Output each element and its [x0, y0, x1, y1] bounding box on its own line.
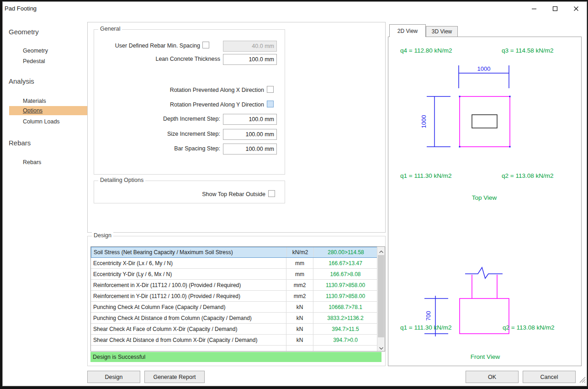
table-row[interactable]: Reinforcement in Y-Dir (11T12 / 100.0) (… [91, 291, 385, 302]
show-top-rebar-label: Show Top Rebar Outside [140, 191, 265, 197]
row-check-name: Shear Check At Face of Column X-Dir (Cap… [91, 324, 286, 334]
top-view-width-dimension: 1000 [477, 65, 491, 72]
desktop-background: Pad Footing Geometry Geometry Pedestal A… [0, 0, 588, 389]
row-value: 166.67>8.08 [313, 269, 377, 279]
maximize-icon [552, 6, 558, 11]
sidebar-item-geometry[interactable]: Geometry [21, 46, 50, 55]
rotation-x-label: Rotation Prevented Along X Direction [122, 87, 264, 93]
sidebar-item-pedestal[interactable]: Pedestal [21, 57, 47, 66]
size-step-label: Size Increment Step: [99, 131, 220, 137]
tab-3d-view[interactable]: 3D View [426, 26, 458, 37]
row-check-name: Eccentricity Y-Dir (Ly / 6, Mx / N) [91, 269, 286, 279]
table-row[interactable]: Shear Check At Face of Column X-Dir (Cap… [91, 324, 385, 335]
bar-spacing-step-label: Bar Spacing Step: [99, 145, 220, 152]
row-unit: mm2 [286, 280, 313, 290]
row-check-name: Reinforcement in Y-Dir (11T12 / 100.0) (… [91, 291, 286, 301]
rebar-min-spacing-label: User Defined Rebar Min. Spacing [83, 43, 200, 49]
row-check-name: Reinforcement in X-Dir (11T12 / 100.0) (… [91, 280, 286, 290]
scroll-up-button[interactable] [377, 247, 385, 255]
rotation-y-checkbox[interactable] [267, 101, 274, 107]
maximize-button[interactable] [545, 2, 566, 16]
design-group-title: Design [92, 232, 113, 239]
sidebar-item-options[interactable]: Options [9, 106, 90, 115]
table-row[interactable]: Reinforcement in X-Dir (11T12 / 100.0) (… [91, 280, 385, 291]
minimize-button[interactable] [524, 2, 545, 16]
top-view-caption: Top View [472, 194, 497, 201]
row-value: 1130.97>858.00 [313, 280, 377, 290]
chevron-down-icon [379, 343, 383, 352]
design-status-banner: Design is Successful [90, 352, 381, 362]
pad-footing-dialog: Pad Footing Geometry Geometry Pedestal A… [2, 1, 587, 386]
row-unit: mm [286, 258, 313, 268]
window-title: Pad Footing [5, 5, 37, 12]
sidebar-section-geometry: Geometry [9, 28, 39, 36]
front-view-q1-label: q1 = 111.30 kN/m2 [400, 324, 451, 331]
table-scrollbar[interactable] [377, 247, 385, 351]
ok-button[interactable]: OK [466, 371, 519, 383]
lean-concrete-field[interactable]: 100.0 mm [223, 54, 277, 65]
row-check-name: Punching Check At Distance d from Column… [91, 313, 286, 323]
general-group-title: General [98, 26, 122, 32]
row-check-name: Eccentricity X-Dir (Lx / 6, My / N) [91, 258, 286, 268]
resize-grip[interactable] [579, 377, 586, 385]
rebar-min-spacing-field: 40.0 mm [223, 41, 277, 52]
row-unit: kN [286, 313, 313, 323]
sidebar-section-analysis: Analysis [9, 77, 34, 85]
minimize-icon [531, 6, 537, 11]
cancel-button[interactable]: Cancel [523, 371, 576, 383]
front-view-caption: Front View [471, 353, 500, 360]
top-view-height-dimension: 1000 [420, 115, 427, 128]
row-value: 394.7>0.0 [313, 335, 377, 345]
top-view-q4-label: q4 = 112.80 kN/m2 [400, 47, 452, 54]
front-view-depth-dimension: 700 [425, 311, 432, 321]
row-check-name: Soil Stress (Net Bearing Capacity / Maxi… [91, 247, 287, 257]
row-value: 1130.97>858.00 [313, 291, 377, 301]
front-view-q2-label: q2 = 113.08 kN/m2 [503, 324, 554, 331]
bar-spacing-step-field[interactable]: 100.00 mm [223, 144, 277, 155]
table-row[interactable]: Shear Check At Distance d from Column X-… [91, 335, 385, 346]
row-check-name: Punching Check At Column Face (Capacity … [91, 302, 286, 312]
row-unit: kN [286, 324, 313, 334]
generate-report-button[interactable]: Generate Report [144, 371, 205, 383]
row-unit: kN/m2 [287, 247, 314, 257]
table-row[interactable]: Punching Check At Column Face (Capacity … [91, 302, 385, 313]
design-button[interactable]: Design [87, 371, 140, 383]
tab-2d-view[interactable]: 2D View [389, 24, 426, 37]
window-controls [524, 2, 587, 16]
size-step-field[interactable]: 100.00 mm [223, 129, 277, 140]
top-view-q2-label: q2 = 113.08 kN/m2 [502, 172, 553, 179]
row-unit: mm [286, 269, 313, 279]
table-row-partial [91, 346, 385, 351]
footing-2d-drawing: q4 = 112.80 kN/m2 q3 = 114.58 kN/m2 1000… [388, 37, 581, 366]
table-row[interactable]: Eccentricity Y-Dir (Ly / 6, Mx / N) mm 1… [91, 269, 385, 280]
sidebar-item-materials[interactable]: Materials [21, 96, 48, 106]
close-button[interactable] [566, 2, 587, 16]
close-icon [573, 6, 579, 11]
scroll-down-button[interactable] [377, 343, 385, 351]
table-row[interactable]: Soil Stress (Net Bearing Capacity / Maxi… [91, 247, 385, 258]
sidebar-item-rebars[interactable]: Rebars [21, 158, 43, 167]
rebar-min-spacing-checkbox[interactable] [202, 42, 209, 48]
sidebar-item-column-loads[interactable]: Column Loads [21, 117, 62, 126]
scrollbar-thumb[interactable] [378, 255, 384, 337]
title-bar[interactable]: Pad Footing [3, 2, 587, 16]
view-2d-page: q4 = 112.80 kN/m2 q3 = 114.58 kN/m2 1000… [388, 37, 582, 366]
row-unit: mm2 [286, 291, 313, 301]
top-view-q3-label: q3 = 114.58 kN/m2 [502, 47, 553, 54]
show-top-rebar-checkbox[interactable] [268, 190, 275, 197]
design-results-table: Soil Stress (Net Bearing Capacity / Maxi… [90, 246, 385, 352]
chevron-up-icon [379, 247, 383, 255]
detailing-group-title: Detailing Options [98, 177, 145, 183]
row-unit: kN [286, 335, 313, 345]
row-check-name: Shear Check At Distance d from Column X-… [91, 335, 286, 345]
depth-step-field[interactable]: 100.0 mm [223, 114, 277, 125]
view-panel: 2D View 3D View q4 = 112.80 kN/m2 q3 = 1… [388, 24, 582, 366]
row-value: 3833.2>1136.2 [313, 313, 377, 323]
row-value: 166.67>13.47 [313, 258, 377, 268]
top-view-q1-label: q1 = 111.30 kN/m2 [400, 172, 451, 179]
rotation-x-checkbox[interactable] [267, 86, 274, 93]
row-value: 394.7>11.5 [313, 324, 377, 334]
row-value: 10668.7>78.1 [313, 302, 377, 312]
table-row[interactable]: Eccentricity X-Dir (Lx / 6, My / N) mm 1… [91, 258, 385, 269]
table-row[interactable]: Punching Check At Distance d from Column… [91, 313, 385, 324]
